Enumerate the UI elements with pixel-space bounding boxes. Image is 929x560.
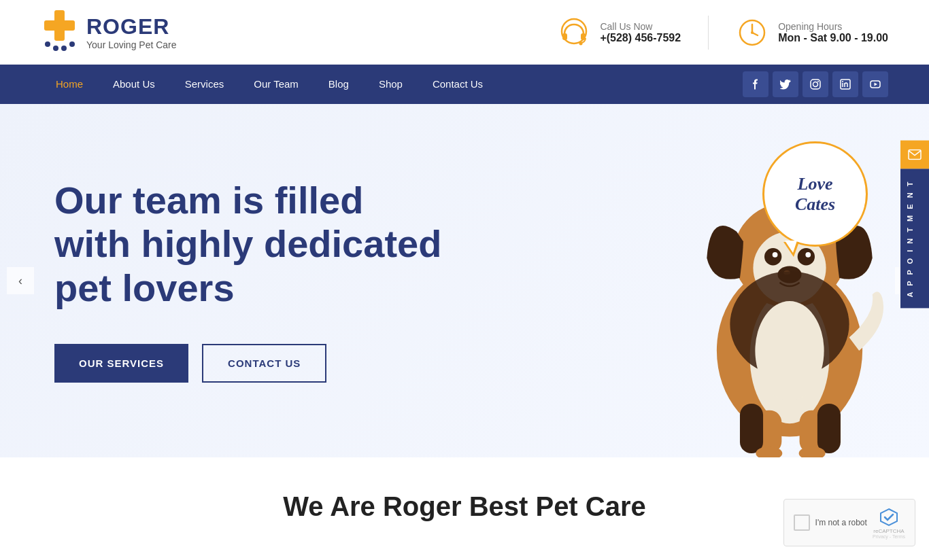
svg-rect-37 (817, 404, 841, 453)
bottom-title: We Are Roger Best Pet Care (41, 491, 888, 522)
hero-title: Our team is filled with highly dedicated… (54, 179, 503, 310)
svg-point-28 (773, 252, 778, 258)
bubble-cates: Cates (795, 194, 835, 215)
tagline: Your Loving Pet Care (86, 39, 177, 50)
svg-rect-14 (811, 80, 820, 89)
svg-point-26 (764, 248, 781, 265)
youtube-button[interactable] (862, 71, 888, 97)
love-bubble: Love Cates (762, 141, 868, 247)
logo-area[interactable]: ROGER Your Loving Pet Care (41, 10, 177, 54)
header-divider (708, 16, 709, 50)
logo-icon (41, 10, 78, 54)
contact-us-button[interactable]: CONTACT US (202, 344, 326, 383)
hero-prev-button[interactable]: ‹ (7, 267, 34, 294)
svg-point-2 (45, 41, 50, 47)
nav-item-about[interactable]: About Us (98, 65, 170, 104)
nav-item-blog[interactable]: Blog (314, 65, 364, 104)
clock-icon (736, 16, 768, 49)
logo-text: ROGER Your Loving Pet Care (86, 14, 177, 50)
hours-info: Opening Hours Mon - Sat 9.00 - 19.00 (736, 16, 888, 49)
recaptcha-checkbox[interactable] (794, 514, 810, 531)
email-icon (908, 149, 922, 160)
main-nav: Home About Us Services Our Team Blog Sho… (0, 65, 929, 104)
hero-title-line1: Our team is filled (54, 179, 363, 222)
appointment-label[interactable]: A P P O I N T M E N T (900, 169, 929, 308)
svg-point-19 (842, 81, 843, 82)
hours-label: Opening Hours (778, 21, 888, 32)
our-services-button[interactable]: OUR SERVICES (54, 344, 188, 383)
headset-icon (558, 16, 590, 49)
facebook-button[interactable] (743, 71, 768, 97)
hero-section: ‹ Our team is filled with highly dedicat… (0, 104, 929, 457)
nav-social (743, 71, 888, 97)
svg-point-13 (751, 31, 754, 34)
recaptcha-text: I'm not a robot (815, 518, 867, 527)
hours-text: Opening Hours Mon - Sat 9.00 - 19.00 (778, 21, 888, 44)
recaptcha-brand: reCAPTCHA (873, 528, 904, 534)
nav-link-shop[interactable]: Shop (364, 65, 418, 104)
call-info: Call Us Now +(528) 456-7592 (558, 16, 681, 49)
recaptcha-logo: reCAPTCHA Privacy - Terms (873, 506, 905, 539)
nav-link-home[interactable]: Home (41, 65, 98, 104)
nav-link-about[interactable]: About Us (98, 65, 170, 104)
nav-links: Home About Us Services Our Team Blog Sho… (41, 65, 498, 104)
hero-buttons: OUR SERVICES CONTACT US (54, 344, 503, 383)
nav-link-contact[interactable]: Contact Us (418, 65, 498, 104)
recaptcha-widget: I'm not a robot reCAPTCHA Privacy - Term… (783, 499, 915, 542)
nav-item-shop[interactable]: Shop (364, 65, 418, 104)
svg-point-3 (53, 46, 58, 51)
svg-point-4 (61, 46, 67, 51)
nav-link-team[interactable]: Our Team (239, 65, 314, 104)
nav-item-services[interactable]: Services (170, 65, 239, 104)
linkedin-button[interactable] (832, 71, 858, 97)
recaptcha-icon (878, 506, 900, 528)
svg-point-9 (579, 41, 583, 45)
svg-point-5 (69, 41, 75, 47)
instagram-button[interactable] (803, 71, 828, 97)
svg-point-16 (817, 81, 819, 82)
svg-rect-36 (740, 404, 763, 453)
hero-image-area: Love Cates (623, 124, 929, 457)
nav-link-services[interactable]: Services (170, 65, 239, 104)
call-number: +(528) 456-7592 (600, 32, 681, 44)
hero-content: Our team is filled with highly dedicated… (0, 138, 558, 423)
nav-link-blog[interactable]: Blog (314, 65, 364, 104)
svg-point-33 (755, 301, 824, 400)
site-header: ROGER Your Loving Pet Care Call Us Now +… (0, 0, 929, 65)
header-info: Call Us Now +(528) 456-7592 Opening Hour… (558, 16, 888, 50)
recaptcha-privacy: Privacy - Terms (873, 534, 905, 539)
bubble-tail-inner (785, 241, 797, 253)
hero-title-line3: pet lovers (54, 266, 235, 309)
hours-value: Mon - Sat 9.00 - 19.00 (778, 32, 888, 44)
svg-rect-1 (44, 20, 75, 31)
call-text: Call Us Now +(528) 456-7592 (600, 21, 681, 44)
svg-rect-7 (562, 33, 567, 40)
email-tab-button[interactable] (900, 140, 929, 169)
twitter-button[interactable] (773, 71, 798, 97)
svg-point-27 (798, 248, 815, 265)
nav-item-home[interactable]: Home (41, 65, 98, 104)
appointment-tab: A P P O I N T M E N T (900, 140, 929, 308)
nav-item-contact[interactable]: Contact Us (418, 65, 498, 104)
svg-rect-17 (841, 80, 850, 89)
svg-point-15 (813, 82, 818, 87)
call-label: Call Us Now (600, 21, 681, 32)
hero-title-line2: with highly dedicated (54, 222, 441, 265)
bubble-love: Love (798, 174, 833, 194)
nav-item-team[interactable]: Our Team (239, 65, 314, 104)
svg-rect-40 (909, 150, 921, 159)
svg-marker-21 (875, 83, 878, 86)
brand-name: ROGER (86, 14, 177, 39)
svg-point-29 (805, 252, 811, 258)
